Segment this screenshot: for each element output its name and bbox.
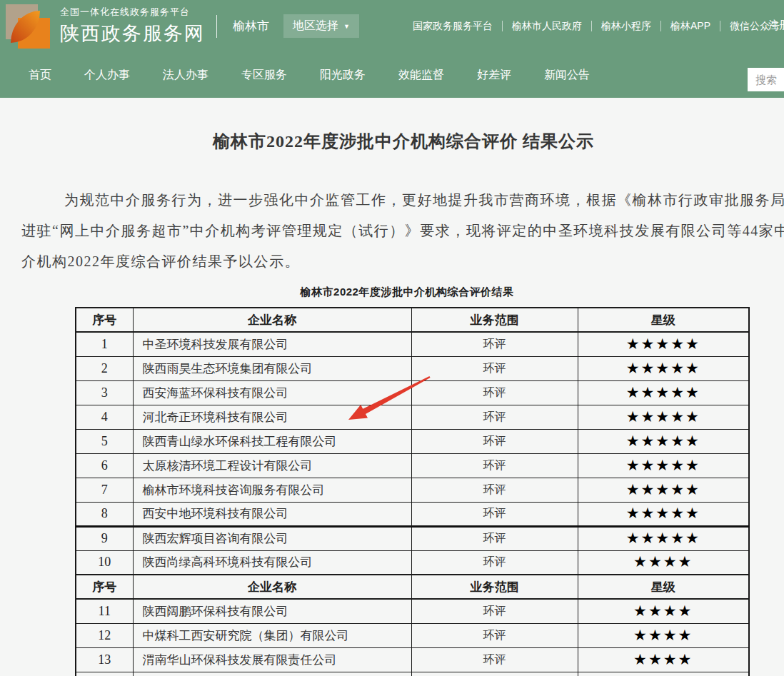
cell-no: 13 [76, 647, 133, 672]
brand-home-link[interactable]: 全国一体化在线政务服务平台 陕西政务服务网 [6, 3, 205, 49]
cell-no: 6 [76, 453, 133, 478]
cell-no: 10 [76, 550, 133, 575]
nav-item-personal[interactable]: 个人办事 [84, 68, 130, 83]
cell-no: 9 [76, 526, 133, 550]
table-row: 1 中圣环境科技发展有限公司 环评 ★★★★★ [76, 332, 749, 356]
announcement-paragraph: 为规范中介服务行为，进一步强化中介监管工作，更好地提升我市营商环境，根据《榆林市… [21, 185, 784, 277]
chevron-down-icon: ▼ [343, 23, 350, 30]
paragraph-line: 介机构2022年度综合评价结果予以公示。 [21, 246, 784, 277]
cell-company-name: 陕西青山绿水环保科技工程有限公司 [133, 429, 411, 453]
star-rating: ★★★★★ [578, 526, 749, 550]
column-header-stars: 星级 [578, 308, 749, 332]
paragraph-line: 进驻“网上中介服务超市”中介机构考评管理规定（试行）》要求，现将评定的中圣环境科… [21, 216, 784, 246]
site-name: 陕西政务服务网 [60, 21, 205, 46]
star-rating: ★★★★★ [578, 429, 749, 453]
cell-scope: 环评 [411, 453, 578, 478]
column-header-scope: 业务范围 [411, 575, 578, 599]
cell-company-name: 河北奇正环境科技有限公司 [133, 405, 411, 429]
cell-no: 7 [76, 478, 133, 502]
cell-scope: 环评 [411, 332, 578, 356]
star-rating: ★★★★★ [578, 356, 749, 380]
cell-no: 1 [76, 332, 133, 356]
nav-item-open-government[interactable]: 阳光政务 [320, 68, 366, 83]
table-row: 11 陕西阔鹏环保科技有限公司 环评 ★★★★ [76, 599, 749, 623]
cell-no: 2 [76, 356, 133, 380]
nav-item-legal-person[interactable]: 法人办事 [163, 68, 208, 83]
star-rating: ★★★★★ [578, 502, 749, 526]
star-rating: ★★★★ [578, 550, 749, 575]
table-row: 7 榆林市环境科技咨询服务有限公司 环评 ★★★★★ [76, 478, 749, 502]
table-row-clipped [76, 672, 749, 676]
cell-company-name: 中煤科工西安研究院（集团）有限公司 [133, 623, 411, 647]
cell-company-name: 陕西阔鹏环保科技有限公司 [133, 599, 411, 623]
main-nav: 首页 个人办事 法人办事 专区服务 阳光政务 效能监督 好差评 新闻公告 [0, 52, 784, 98]
cell-scope: 环评 [411, 380, 578, 405]
table-row: 8 西安中地环境科技有限公司 环评 ★★★★★ [76, 502, 749, 526]
city-label: 榆林市 [233, 18, 269, 34]
table-row: 6 太原核清环境工程设计有限公司 环评 ★★★★★ [76, 453, 749, 478]
nav-item-zone-services[interactable]: 专区服务 [241, 68, 287, 83]
table-header-row: 序号 企业名称 业务范围 星级 [76, 308, 749, 332]
column-header-stars: 星级 [578, 575, 749, 599]
brand-text: 全国一体化在线政务服务平台 陕西政务服务网 [60, 6, 205, 46]
top-link-app[interactable]: 榆林APP [670, 20, 710, 33]
top-link-national-platform[interactable]: 国家政务服务平台 [413, 20, 493, 33]
table-row: 5 陕西青山绿水环保科技工程有限公司 环评 ★★★★★ [76, 429, 749, 453]
cell-scope: 环评 [411, 502, 578, 526]
table-row: 4 河北奇正环境科技有限公司 环评 ★★★★★ [76, 405, 749, 429]
cell-company-name: 西安中地环境科技有限公司 [133, 502, 411, 526]
star-rating: ★★★★ [578, 599, 749, 623]
evaluation-results-table: 序号 企业名称 业务范围 星级 1 中圣环境科技发展有限公司 环评 ★★★★★ … [75, 307, 750, 676]
nav-item-home[interactable]: 首页 [29, 68, 51, 83]
nav-item-efficiency-supervision[interactable]: 效能监督 [398, 68, 444, 83]
cell-scope: 环评 [411, 623, 578, 647]
region-selector-button[interactable]: 地区选择 ▼ [283, 14, 359, 38]
top-link-city-government[interactable]: 榆林市人民政府 [512, 20, 582, 33]
top-bar: 全国一体化在线政务服务平台 陕西政务服务网 榆林市 地区选择 ▼ 国家政务服务平… [0, 0, 784, 52]
column-header-company: 企业名称 [133, 308, 411, 332]
cell-company-name: 陕西尚绿高科环境科技有限公司 [133, 550, 411, 575]
star-rating: ★★★★★ [578, 332, 749, 356]
table-header-row-repeat: 序号 企业名称 业务范围 星级 [76, 575, 749, 599]
cell-scope: 环评 [411, 429, 578, 453]
table-row: 12 中煤科工西安研究院（集团）有限公司 环评 ★★★★ [76, 623, 749, 647]
link-divider [660, 21, 661, 31]
cell-no: 12 [76, 623, 133, 647]
top-link-mini-program[interactable]: 榆林小程序 [601, 20, 651, 33]
table-row: 2 陕西雨昊生态环境集团有限公司 环评 ★★★★★ [76, 356, 749, 380]
search-input[interactable] [748, 68, 784, 91]
cell-company-name: 陕西雨昊生态环境集团有限公司 [133, 356, 411, 380]
table-row: 9 陕西宏辉项目咨询有限公司 环评 ★★★★★ [76, 526, 749, 550]
cell-scope: 环评 [411, 599, 578, 623]
star-rating: ★★★★★ [578, 405, 749, 429]
column-header-no: 序号 [76, 575, 133, 599]
cell-company-name: 太原核清环境工程设计有限公司 [133, 453, 411, 478]
site-logo-icon [6, 4, 50, 49]
cell-scope: 环评 [411, 647, 578, 672]
table-row: 10 陕西尚绿高科环境科技有限公司 环评 ★★★★ [76, 550, 749, 575]
cell-company-name: 陕西宏辉项目咨询有限公司 [133, 526, 411, 550]
cell-company-name: 渭南华山环保科技发展有限责任公司 [133, 647, 411, 672]
link-divider [591, 21, 592, 31]
platform-label: 全国一体化在线政务服务平台 [60, 6, 205, 19]
nav-item-news[interactable]: 新闻公告 [544, 68, 590, 83]
column-header-company: 企业名称 [133, 575, 411, 599]
star-rating: ★★★★ [578, 623, 749, 647]
link-divider [720, 21, 720, 31]
register-link[interactable]: 注册 [768, 19, 784, 32]
cell-no: 5 [76, 429, 133, 453]
brand-divider [216, 15, 217, 38]
cell-no: 11 [76, 599, 133, 623]
link-divider [502, 21, 503, 31]
nav-item-rating[interactable]: 好差评 [477, 68, 511, 83]
cell-company-name: 西安海蓝环保科技有限公司 [133, 380, 411, 405]
star-rating: ★★★★★ [578, 453, 749, 478]
cell-no: 8 [76, 502, 133, 526]
top-links: 国家政务服务平台 榆林市人民政府 榆林小程序 榆林APP 微信公众号 [413, 0, 780, 52]
cell-scope: 环评 [411, 526, 578, 550]
cell-scope: 环评 [411, 550, 578, 575]
cell-company-name: 中圣环境科技发展有限公司 [133, 332, 411, 356]
region-selector-label: 地区选择 [293, 19, 338, 34]
announcement-article: 榆林市2022年度涉批中介机构综合评价 结果公示 为规范中介服务行为，进一步强化… [0, 130, 784, 676]
cell-company-name: 榆林市环境科技咨询服务有限公司 [133, 478, 411, 502]
